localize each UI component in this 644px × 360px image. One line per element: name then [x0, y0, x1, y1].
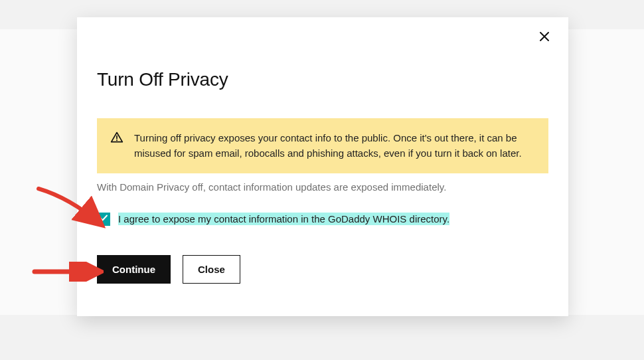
close-icon	[539, 31, 550, 44]
turn-off-privacy-modal: Turn Off Privacy Turning off privacy exp…	[77, 17, 568, 316]
close-icon-button[interactable]	[536, 29, 552, 45]
consent-checkbox[interactable]	[97, 213, 110, 226]
warning-text: Turning off privacy exposes your contact…	[134, 130, 534, 161]
consent-label-text: I agree to expose my contact information…	[118, 213, 449, 225]
modal-title: Turn Off Privacy	[97, 69, 548, 90]
consent-row: I agree to expose my contact information…	[97, 213, 548, 226]
checkmark-icon	[99, 213, 108, 225]
warning-triangle-icon	[110, 131, 123, 147]
privacy-info-text: With Domain Privacy off, contact informa…	[97, 181, 548, 193]
warning-banner: Turning off privacy exposes your contact…	[97, 118, 548, 173]
close-button[interactable]: Close	[183, 255, 240, 284]
continue-button[interactable]: Continue	[97, 255, 171, 284]
button-row: Continue Close	[97, 255, 548, 284]
consent-label[interactable]: I agree to expose my contact information…	[118, 213, 449, 225]
svg-point-1	[116, 139, 118, 141]
